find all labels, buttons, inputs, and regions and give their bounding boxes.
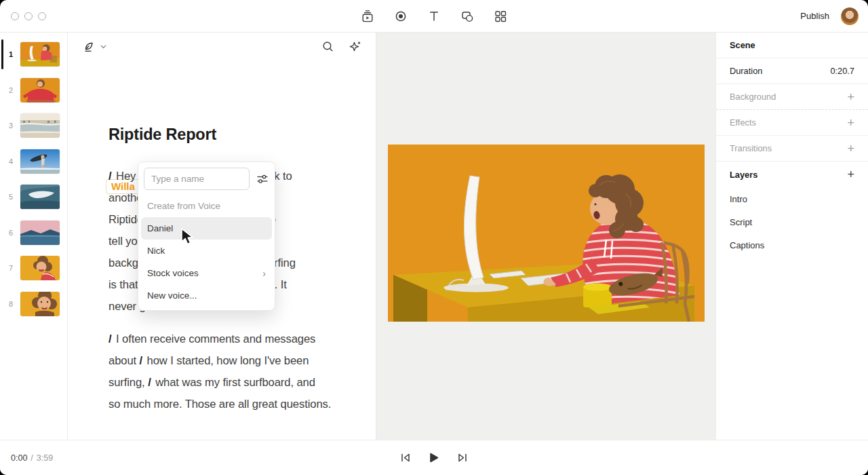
timecode-display: 0:00 / 3:59 (11, 453, 53, 463)
editor-header (68, 33, 376, 61)
window-close-icon[interactable] (11, 12, 19, 20)
search-icon[interactable] (322, 41, 334, 53)
add-background-icon[interactable]: + (847, 91, 854, 103)
active-scene-indicator (1, 39, 3, 69)
scene-item-4[interactable]: 4 (0, 149, 67, 174)
quill-pen-icon (83, 41, 96, 54)
duration-value: 0:20.7 (830, 66, 854, 76)
scene-number: 8 (7, 300, 15, 308)
window-zoom-icon[interactable] (38, 12, 46, 20)
scene-thumbnail (20, 113, 60, 138)
scene-item-5[interactable]: 5 (0, 185, 67, 209)
speaker-voice-menu: Create from Voice Daniel Nick Stock voic… (138, 162, 275, 311)
scene-thumbnail (20, 78, 60, 102)
inspector-section-title: Scene (716, 33, 868, 58)
text-icon[interactable] (427, 9, 441, 24)
layer-item-intro[interactable]: Intro (716, 187, 868, 210)
background-label: Background (730, 92, 776, 102)
transport-bar: 0:00 / 3:59 (0, 440, 868, 475)
scene-item-6[interactable]: 6 (0, 221, 67, 245)
layer-item-script[interactable]: Script (716, 210, 868, 233)
background-row[interactable]: Background + (716, 84, 868, 110)
ai-sparkle-icon[interactable] (349, 41, 361, 54)
scene-thumbnail (20, 42, 60, 66)
menu-item-stock-voices[interactable]: Stock voices › (138, 262, 275, 284)
scene-item-3[interactable]: 3 (0, 113, 67, 138)
current-time: 0:00 (11, 453, 27, 463)
scene-number: 6 (7, 229, 15, 237)
video-preview[interactable] (388, 145, 705, 322)
account-avatar[interactable] (841, 7, 859, 25)
duration-row: Duration 0:20.7 (716, 58, 868, 84)
preview-canvas[interactable] (376, 33, 715, 440)
scene-thumbnail (20, 185, 60, 209)
scene-item-7[interactable]: 7 (0, 256, 67, 280)
app-window: Publish 1 2 3 (0, 0, 868, 475)
publish-button[interactable]: Publish (800, 11, 829, 21)
scene-number: 5 (7, 193, 15, 201)
scene-number: 2 (7, 86, 15, 94)
effects-row[interactable]: Effects + (716, 110, 868, 136)
add-media-icon[interactable] (360, 9, 375, 24)
transitions-row[interactable]: Transitions + (716, 136, 868, 162)
menu-item-new-voice[interactable]: New voice... (138, 284, 275, 307)
menu-item-nick[interactable]: Nick (138, 240, 275, 262)
scene-item-2[interactable]: 2 (0, 78, 67, 102)
scene-number: 4 (7, 157, 15, 166)
title-bar: Publish (0, 0, 868, 33)
duration-label: Duration (730, 66, 762, 76)
scene-thumbnail (20, 149, 60, 174)
transitions-label: Transitions (730, 143, 772, 153)
effects-label: Effects (730, 117, 756, 128)
scene-item-1[interactable]: 1 (0, 42, 67, 66)
scene-thumbnail (20, 292, 60, 316)
layers-row[interactable]: Layers + (716, 162, 868, 187)
main-toolbar (360, 0, 508, 33)
script-editor: Riptide Report Willa / Hey everyone and … (68, 33, 376, 440)
layers-label: Layers (730, 170, 757, 180)
voice-settings-sliders-icon[interactable] (256, 173, 269, 185)
add-effect-icon[interactable]: + (847, 117, 854, 129)
add-transition-icon[interactable]: + (847, 142, 854, 155)
layer-item-captions[interactable]: Captions (716, 233, 868, 256)
skip-to-start-icon[interactable] (401, 453, 411, 463)
transcript-paragraph[interactable]: / I often receive comments and messagesa… (108, 328, 331, 415)
scene-thumbnail (20, 256, 60, 280)
scene-inspector: Scene Duration 0:20.7 Background + Effec… (715, 33, 868, 440)
total-time: 3:59 (37, 453, 53, 463)
window-minimize-icon[interactable] (24, 12, 33, 20)
shapes-icon[interactable] (460, 9, 475, 24)
layouts-grid-icon[interactable] (493, 9, 508, 24)
playback-controls (401, 453, 468, 463)
scene-number: 1 (7, 50, 15, 58)
voice-name-input[interactable] (144, 168, 250, 190)
write-tool-menu[interactable] (83, 41, 106, 54)
scene-list: 1 2 3 4 (0, 33, 68, 440)
add-layer-icon[interactable]: + (847, 168, 854, 180)
menu-header-create-from-voice: Create from Voice (138, 195, 275, 217)
chevron-right-icon: › (262, 268, 266, 279)
menu-item-label: Stock voices (147, 268, 199, 278)
scene-thumbnail (20, 221, 60, 245)
skip-to-end-icon[interactable] (458, 453, 468, 463)
scene-item-8[interactable]: 8 (0, 292, 67, 316)
play-icon[interactable] (429, 453, 439, 463)
scene-number: 7 (7, 264, 15, 272)
menu-item-daniel[interactable]: Daniel (141, 217, 272, 240)
window-controls[interactable] (11, 12, 46, 20)
document-title[interactable]: Riptide Report (108, 126, 216, 144)
chevron-down-icon (100, 45, 106, 49)
record-icon[interactable] (393, 9, 408, 24)
scene-number: 3 (7, 121, 15, 130)
